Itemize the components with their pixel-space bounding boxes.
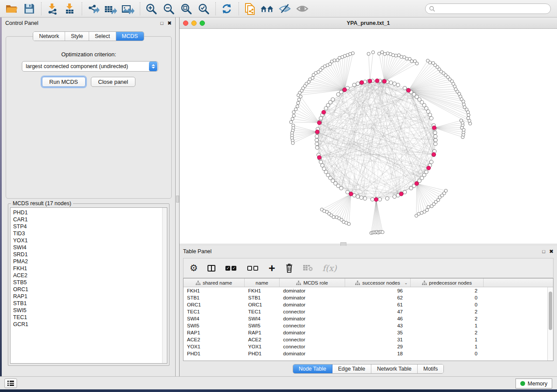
cell-predecessor_nodes[interactable]: 0 (411, 294, 484, 301)
zoom-fit-icon[interactable] (179, 2, 194, 16)
search-input[interactable] (437, 6, 550, 12)
table-row[interactable]: YOX1YOX1connector291 (183, 343, 553, 350)
leaf-node[interactable] (347, 222, 350, 225)
tab-motifs[interactable]: Motifs (418, 364, 443, 373)
scrollbar-thumb[interactable] (549, 292, 552, 330)
tab-style[interactable]: Style (65, 32, 89, 41)
cell-shared_name[interactable]: ORC1 (183, 301, 245, 308)
export-table-icon[interactable] (103, 2, 118, 16)
cell-successor_nodes[interactable]: 47 (345, 308, 411, 315)
cell-predecessor_nodes[interactable]: 2 (411, 315, 484, 322)
column-header-MCDS-role[interactable]: MCDS role (280, 279, 345, 287)
ring-node[interactable] (319, 160, 322, 164)
table-scrollbar[interactable] (547, 287, 553, 361)
ring-node[interactable] (393, 195, 396, 198)
close-panel-icon[interactable]: ✖ (549, 249, 554, 254)
cell-shared_name[interactable]: TEC1 (183, 308, 245, 315)
table-row[interactable]: STB1STB1dominator620 (183, 294, 553, 301)
cell-mcds_role[interactable]: dominator (280, 287, 345, 294)
mcds-result-item[interactable]: TID3 (13, 230, 167, 237)
leaf-node[interactable] (426, 209, 429, 212)
ring-node[interactable] (425, 107, 428, 110)
leaf-node[interactable] (292, 110, 295, 113)
show-all-icon[interactable] (295, 2, 310, 16)
mcds-hub-node[interactable] (322, 110, 325, 114)
ring-node[interactable] (426, 110, 430, 113)
cell-predecessor_nodes[interactable]: 2 (411, 329, 484, 336)
leaf-node[interactable] (296, 105, 299, 108)
ring-node[interactable] (370, 198, 374, 201)
table-settings-icon[interactable]: ⚙ (190, 261, 198, 275)
leaf-node[interactable] (397, 54, 400, 57)
cell-name[interactable]: SWI5 (245, 322, 280, 329)
cell-name[interactable]: FKH1 (245, 287, 280, 294)
cell-successor_nodes[interactable]: 46 (345, 315, 411, 322)
cell-name[interactable]: RAP1 (245, 329, 280, 336)
mcds-hub-node[interactable] (415, 182, 419, 186)
splitter-handle[interactable] (176, 196, 179, 203)
mcds-result-item[interactable]: SWI5 (13, 307, 167, 314)
add-column-icon[interactable]: + (269, 261, 275, 275)
cell-mcds_role[interactable]: dominator (280, 315, 345, 322)
leaf-node[interactable] (377, 52, 381, 55)
mcds-hub-node[interactable] (360, 80, 363, 84)
mcds-result-item[interactable]: STB1 (13, 300, 167, 307)
ring-node[interactable] (321, 164, 324, 167)
leaf-node[interactable] (426, 59, 429, 62)
close-panel-button[interactable]: Close panel (91, 77, 136, 87)
cell-mcds_role[interactable]: connector (280, 343, 345, 350)
leaf-node[interactable] (408, 57, 411, 60)
leaf-node[interactable] (444, 189, 447, 192)
run-mcds-button[interactable]: Run MCDS (42, 77, 86, 87)
first-neighbors-icon[interactable] (260, 2, 275, 16)
mcds-hub-node[interactable] (349, 192, 353, 196)
ring-node[interactable] (434, 138, 437, 142)
cell-name[interactable]: TEC1 (245, 308, 280, 315)
cell-successor_nodes[interactable]: 43 (345, 322, 411, 329)
open-file-icon[interactable] (4, 2, 19, 16)
network-graph[interactable] (180, 29, 556, 244)
mcds-hub-node[interactable] (317, 155, 321, 159)
ring-node[interactable] (428, 113, 432, 117)
ring-node[interactable] (356, 82, 360, 86)
clone-network-icon[interactable] (242, 2, 257, 16)
cell-mcds_role[interactable]: dominator (280, 350, 345, 357)
table-row[interactable]: SWI5SWI5connector431 (183, 322, 553, 329)
cell-predecessor_nodes[interactable]: 1 (411, 343, 484, 350)
cell-successor_nodes[interactable]: 96 (345, 287, 411, 294)
table-row[interactable]: SWI4SWI4dominator462 (183, 315, 553, 322)
mcds-result-item[interactable]: ORC1 (13, 286, 167, 293)
ring-node[interactable] (322, 167, 326, 170)
ring-node[interactable] (353, 83, 356, 86)
mcds-result-item[interactable]: STB5 (13, 279, 167, 286)
mcds-result-item[interactable]: SRD1 (13, 251, 167, 258)
cell-successor_nodes[interactable]: 29 (345, 343, 411, 350)
leaf-node[interactable] (367, 52, 370, 55)
mcds-list-scrollbar[interactable] (162, 208, 167, 363)
deselect-all-icon[interactable] (247, 261, 259, 275)
ring-node[interactable] (403, 86, 406, 90)
table-row[interactable]: ACE2ACE2connector311 (183, 336, 553, 343)
leaf-node[interactable] (432, 62, 435, 65)
mcds-hub-node[interactable] (399, 192, 403, 196)
tab-edge-table[interactable]: Edge Table (332, 364, 371, 373)
select-all-icon[interactable]: ✓✓ (225, 261, 237, 275)
export-network-icon[interactable] (86, 2, 100, 16)
refresh-layout-icon[interactable] (219, 2, 234, 16)
cell-shared_name[interactable]: RAP1 (183, 329, 245, 336)
mcds-hub-node[interactable] (368, 79, 372, 83)
ring-node[interactable] (324, 107, 328, 110)
mcds-result-item[interactable]: CAR1 (13, 216, 167, 223)
mcds-result-item[interactable]: GCR1 (13, 321, 167, 328)
leaf-node[interactable] (462, 103, 465, 106)
cell-predecessor_nodes[interactable]: 2 (411, 308, 484, 315)
mcds-result-item[interactable]: PHD1 (13, 209, 167, 216)
mcds-hub-node[interactable] (382, 79, 386, 83)
table-row[interactable]: FKH1FKH1dominator962 (183, 287, 553, 294)
mcds-hub-node[interactable] (432, 152, 436, 156)
leaf-node[interactable] (336, 58, 339, 62)
delete-column-icon[interactable] (285, 261, 294, 275)
cell-successor_nodes[interactable]: 18 (345, 350, 411, 357)
ring-node[interactable] (336, 93, 340, 96)
float-panel-icon[interactable]: □ (542, 249, 545, 254)
